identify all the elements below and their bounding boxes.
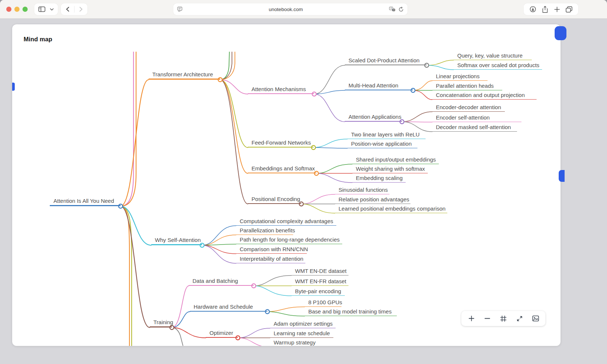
mindmap-link [316, 164, 352, 173]
fullscreen-button[interactable] [515, 311, 524, 326]
svg-text:✦: ✦ [393, 9, 395, 11]
mindmap-node-circle-tr[interactable] [170, 326, 174, 330]
mindmap-link [121, 80, 149, 206]
svg-text:A: A [390, 7, 392, 10]
zoom-window-button[interactable] [22, 7, 28, 12]
mindmap-link [172, 327, 206, 338]
mindmap-offscreen-link [220, 52, 235, 80]
mindmap-link [313, 139, 347, 148]
fit-view-icon [500, 315, 507, 322]
mindmap-link [254, 286, 291, 296]
mindmap-link [202, 245, 236, 263]
zoom-in-button[interactable] [466, 311, 476, 326]
reader-view-button[interactable] [177, 3, 183, 15]
mindmap-link [314, 94, 345, 122]
mindmap-link [202, 235, 236, 245]
sidebar-menu-button[interactable] [50, 3, 54, 15]
back-button[interactable] [61, 3, 74, 15]
mindmap-link [301, 204, 335, 213]
mindmap-link [313, 148, 347, 148]
cutoff-action-button-top-right[interactable] [555, 26, 566, 40]
mindmap-node-circle-sdpa[interactable] [425, 63, 429, 67]
zoom-out-button[interactable] [483, 311, 492, 326]
translate-button[interactable]: A ✦ [389, 3, 395, 15]
nav-control-group [61, 3, 87, 15]
mindmap-node-circle-es[interactable] [315, 171, 319, 176]
zoom-out-icon [484, 315, 490, 322]
share-button[interactable] [542, 3, 548, 15]
mindmap-link [202, 245, 236, 254]
sidebar-control-group [34, 3, 58, 15]
translate-icon: A ✦ [389, 7, 395, 12]
tab-overview-button[interactable] [566, 3, 572, 15]
mindmap-link [254, 275, 291, 286]
mindmap-offscreen-link [121, 52, 133, 206]
mindmap-link [413, 81, 432, 90]
mindmap-link [172, 286, 189, 327]
mindmap-node-circle-aa[interactable] [400, 120, 404, 124]
share-icon [542, 6, 548, 13]
forward-arrow-icon [79, 7, 83, 12]
mindmap-node-circle-root[interactable] [119, 204, 123, 208]
address-bar[interactable]: unotebook.com A ✦ [173, 3, 407, 15]
reader-icon [177, 7, 183, 12]
mindmap-link [402, 122, 432, 132]
mindmap-link [238, 338, 270, 346]
page-title: Mind map [24, 36, 52, 43]
reload-button[interactable] [398, 3, 404, 15]
mindmap-node-circle-db[interactable] [252, 284, 256, 288]
fit-view-button[interactable] [499, 311, 508, 326]
mindmap-node-circle-hs[interactable] [266, 310, 270, 314]
plus-icon [554, 7, 560, 12]
mindmap-node-circle-wsa[interactable] [200, 243, 204, 247]
forward-button[interactable] [74, 3, 87, 15]
close-window-button[interactable] [6, 7, 11, 12]
mindmap-viewport[interactable]: Attention Is All You NeedTransformer Arc… [12, 52, 561, 346]
mindmap-node-circle-pe[interactable] [299, 202, 304, 206]
browser-toolbar: unotebook.com A ✦ [0, 0, 607, 19]
export-image-button[interactable] [531, 311, 540, 326]
mindmap-node-circle-mha[interactable] [411, 89, 415, 93]
mindmap-link [121, 206, 151, 245]
mindmap-offscreen-link [172, 327, 183, 346]
mindmap-link [314, 65, 345, 94]
mindmap-node-circle-opt[interactable] [236, 336, 240, 340]
mindmap-canvas[interactable] [12, 52, 561, 346]
mindmap-link [267, 307, 305, 312]
mindmap-link [316, 173, 352, 183]
reload-icon [398, 7, 404, 12]
zoom-in-icon [468, 315, 475, 322]
cutoff-tab-left-edge[interactable] [12, 83, 15, 91]
mindmap-link [267, 312, 305, 316]
cutoff-action-button-mid-right[interactable] [559, 170, 565, 182]
sidebar-toggle-button[interactable] [38, 3, 45, 15]
new-tab-button[interactable] [554, 3, 560, 15]
mindmap-link [427, 60, 454, 65]
mindmap-link [301, 194, 335, 204]
mindmap-link [238, 328, 270, 338]
url-text[interactable]: unotebook.com [183, 7, 389, 12]
tabs-icon [566, 6, 572, 13]
mindmap-toolbar [461, 311, 545, 326]
mindmap-link [402, 112, 432, 122]
mindmap-node-circle-ffn[interactable] [312, 146, 316, 150]
mindmap-link [413, 90, 432, 100]
mindmap-link [220, 80, 248, 204]
image-icon [532, 315, 539, 322]
chevron-down-icon [50, 8, 54, 11]
minimize-window-button[interactable] [14, 7, 20, 12]
browser-window: unotebook.com A ✦ [0, 0, 607, 364]
download-icon [530, 6, 536, 13]
back-arrow-icon [66, 7, 69, 12]
mindmap-node-circle-am[interactable] [312, 92, 316, 96]
mindmap-link [172, 312, 190, 327]
mindmap-link [427, 65, 454, 70]
mindmap-link [314, 90, 345, 94]
window-actions-group [524, 3, 578, 15]
downloads-button[interactable] [530, 3, 536, 15]
mindmap-offscreen-link [121, 206, 129, 346]
fullscreen-icon [516, 315, 523, 322]
sidebar-icon [38, 6, 45, 12]
mindmap-node-circle-ta[interactable] [218, 78, 222, 82]
